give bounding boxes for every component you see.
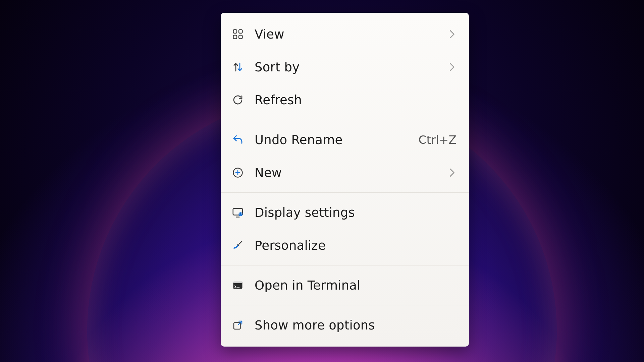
chevron-right-icon bbox=[448, 63, 457, 71]
menu-item-undo-rename[interactable]: Undo RenameCtrl+Z bbox=[221, 123, 469, 156]
svg-rect-0 bbox=[233, 30, 237, 34]
desktop-context-menu: View Sort by Refresh Undo RenameCtrl+Z bbox=[221, 13, 469, 347]
desktop-wallpaper[interactable]: View Sort by Refresh Undo RenameCtrl+Z bbox=[0, 0, 644, 362]
grid-icon bbox=[231, 27, 245, 41]
menu-separator bbox=[221, 305, 469, 305]
brush-icon bbox=[231, 239, 245, 252]
menu-item-display-settings[interactable]: Display settings bbox=[221, 196, 469, 229]
menu-separator bbox=[221, 192, 469, 193]
sort-icon bbox=[231, 60, 245, 74]
menu-item-personalize[interactable]: Personalize bbox=[221, 229, 469, 262]
menu-item-label: Open in Terminal bbox=[255, 278, 457, 293]
menu-item-label: Personalize bbox=[255, 238, 457, 253]
menu-item-label: Undo Rename bbox=[255, 133, 409, 147]
menu-item-label: Sort by bbox=[255, 60, 438, 74]
menu-item-refresh[interactable]: Refresh bbox=[221, 83, 469, 116]
menu-separator bbox=[221, 265, 469, 265]
svg-rect-8 bbox=[233, 282, 243, 284]
menu-item-label: New bbox=[255, 166, 438, 180]
menu-item-label: View bbox=[255, 27, 438, 42]
undo-icon bbox=[231, 133, 245, 146]
menu-item-label: Show more options bbox=[255, 318, 457, 333]
refresh-icon bbox=[231, 93, 245, 107]
menu-item-view[interactable]: View bbox=[221, 18, 469, 51]
menu-item-label: Refresh bbox=[255, 93, 457, 107]
chevron-right-icon bbox=[448, 168, 457, 177]
menu-item-new[interactable]: New bbox=[221, 156, 469, 189]
terminal-icon bbox=[231, 279, 245, 292]
display-icon bbox=[231, 206, 245, 219]
menu-item-open-in-terminal[interactable]: Open in Terminal bbox=[221, 269, 469, 302]
menu-item-show-more-options[interactable]: Show more options bbox=[221, 309, 469, 342]
svg-rect-3 bbox=[239, 35, 243, 39]
menu-separator bbox=[221, 120, 469, 120]
popout-icon bbox=[231, 318, 245, 332]
svg-rect-2 bbox=[233, 35, 237, 39]
menu-item-shortcut: Ctrl+Z bbox=[419, 133, 457, 146]
menu-item-label: Display settings bbox=[255, 205, 457, 220]
add-icon bbox=[231, 166, 245, 179]
svg-rect-1 bbox=[239, 30, 243, 34]
chevron-right-icon bbox=[448, 30, 457, 39]
menu-item-sort-by[interactable]: Sort by bbox=[221, 51, 469, 83]
